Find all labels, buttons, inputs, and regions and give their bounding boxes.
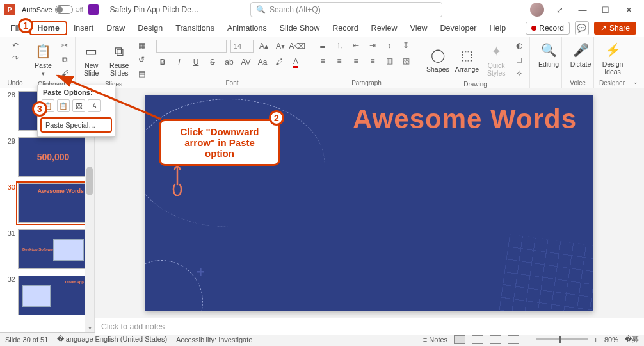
highlight-button[interactable]: 🖍: [273, 56, 286, 68]
strikethrough-button[interactable]: S̶: [206, 56, 219, 68]
cut-button[interactable]: ✂: [58, 40, 71, 51]
tab-animations[interactable]: Animations: [221, 21, 273, 35]
reuse-slides-button[interactable]: ⧉Reuse Slides: [108, 41, 132, 78]
autosave-toggle[interactable]: AutoSave Off: [22, 5, 83, 14]
tab-slideshow[interactable]: Slide Show: [273, 21, 326, 35]
line-spacing-button[interactable]: ↕: [383, 40, 396, 51]
slide-title-text[interactable]: Awesome Words: [353, 104, 577, 135]
font-size-select[interactable]: 14: [230, 40, 254, 53]
slideshow-view-icon[interactable]: [508, 335, 519, 344]
align-left-button[interactable]: ≡: [316, 55, 329, 67]
tab-help[interactable]: Help: [483, 21, 512, 35]
font-color-button[interactable]: A: [289, 56, 302, 68]
notes-pane[interactable]: Click to add notes: [95, 318, 644, 335]
indent-inc-button[interactable]: ⇥: [366, 40, 379, 51]
safety-pin-icon[interactable]: [171, 165, 184, 196]
thumb-image[interactable]: Awesome Words: [18, 183, 88, 223]
thumb-image[interactable]: Tablet App: [18, 276, 88, 315]
tab-design[interactable]: Design: [131, 21, 169, 35]
columns-button[interactable]: ▥: [383, 55, 396, 67]
thumb-31[interactable]: 31 Desktop Software: [4, 229, 90, 269]
increase-font-button[interactable]: A▴: [257, 40, 270, 52]
design-ideas-button[interactable]: ⚡Design Ideas: [598, 40, 627, 77]
fit-to-window-icon[interactable]: �募: [625, 334, 639, 344]
tab-insert[interactable]: Insert: [67, 21, 100, 35]
thumb-29[interactable]: 29 500,000: [4, 137, 90, 177]
layout-button[interactable]: ▦: [135, 40, 148, 51]
chevron-down-icon[interactable]: ▾: [42, 70, 45, 77]
tab-developer[interactable]: Developer: [433, 21, 483, 35]
paste-option-picture[interactable]: 🖼: [72, 99, 85, 112]
font-family-select[interactable]: [156, 40, 227, 53]
bold-button[interactable]: B: [156, 56, 169, 68]
paste-option-keep[interactable]: 📋: [57, 99, 70, 112]
thumb-image[interactable]: 500,000: [18, 137, 88, 177]
align-right-button[interactable]: ≡: [350, 55, 362, 67]
decrease-font-button[interactable]: A▾: [274, 40, 287, 52]
undo-button[interactable]: ↶: [9, 40, 22, 51]
redo-button[interactable]: ↷: [9, 53, 22, 64]
minimize-icon[interactable]: —: [575, 2, 590, 17]
dictate-button[interactable]: 🎤Dictate: [566, 40, 595, 69]
underline-button[interactable]: U: [189, 56, 202, 68]
editing-button[interactable]: 🔍Editing: [534, 40, 563, 69]
new-slide-button[interactable]: ▭New Slide: [79, 41, 104, 78]
share-button[interactable]: ↗Share: [594, 22, 636, 35]
reading-view-icon[interactable]: [490, 335, 501, 344]
tab-home[interactable]: Home: [29, 21, 67, 35]
numbering-button[interactable]: ⒈: [333, 40, 346, 51]
lang-indicator[interactable]: �language English (United States): [57, 335, 167, 343]
toggle-icon[interactable]: [55, 5, 73, 14]
thumb-image[interactable]: Desktop Software: [18, 229, 88, 269]
shadow-button[interactable]: ab: [223, 56, 236, 68]
justify-button[interactable]: ≡: [366, 55, 379, 67]
save-icon[interactable]: [88, 4, 99, 15]
quick-styles-button[interactable]: ✦Quick Styles: [483, 41, 509, 78]
record-button[interactable]: Record: [526, 22, 570, 35]
scroll-down-icon[interactable]: ▾: [86, 323, 93, 332]
shape-fill-button[interactable]: ◐: [513, 40, 526, 51]
tab-transitions[interactable]: Transitions: [169, 21, 221, 35]
tab-draw[interactable]: Draw: [100, 21, 131, 35]
text-direction-button[interactable]: ↧: [399, 40, 412, 51]
italic-button[interactable]: I: [173, 56, 186, 68]
case-button[interactable]: Aa: [256, 56, 269, 68]
thumb-32[interactable]: 32 Tablet App: [4, 276, 90, 315]
shapes-button[interactable]: ◯Shapes: [425, 45, 451, 74]
paste-special-item[interactable]: Paste Special…: [40, 117, 112, 133]
paste-button[interactable]: 📋 Paste ▾: [32, 41, 54, 78]
format-painter-button[interactable]: 🖌: [58, 68, 71, 79]
maximize-icon[interactable]: ☐: [598, 2, 613, 17]
notes-toggle[interactable]: ≡ Notes: [423, 336, 447, 343]
close-icon[interactable]: ✕: [621, 2, 636, 17]
zoom-slider[interactable]: [536, 338, 588, 340]
zoom-level[interactable]: 80%: [604, 336, 618, 343]
slide-count[interactable]: Slide 30 of 51: [5, 336, 48, 343]
section-button[interactable]: ▤: [135, 68, 148, 79]
paste-option-text[interactable]: Ａ: [88, 99, 101, 112]
tab-view[interactable]: View: [404, 21, 434, 35]
align-center-button[interactable]: ≡: [333, 55, 346, 67]
normal-view-icon[interactable]: [454, 335, 465, 344]
collapse-ribbon-icon[interactable]: ⌄: [633, 79, 638, 85]
spacing-button[interactable]: AV: [239, 56, 252, 68]
tab-record[interactable]: Record: [326, 21, 364, 35]
shape-outline-button[interactable]: ◻: [513, 54, 526, 65]
clear-format-button[interactable]: A⌫: [291, 40, 303, 52]
indent-dec-button[interactable]: ⇤: [350, 40, 362, 51]
ribbon-display-icon[interactable]: ⤢: [552, 2, 567, 17]
comments-button[interactable]: 💬: [575, 21, 589, 35]
thumb-30[interactable]: 30 Awesome Words: [4, 183, 90, 223]
reset-button[interactable]: ↺: [135, 54, 148, 65]
zoom-out-button[interactable]: −: [526, 336, 529, 343]
smartart-button[interactable]: ▧: [399, 55, 412, 67]
accessibility-status[interactable]: Accessibility: Investigate: [176, 336, 252, 343]
sorter-view-icon[interactable]: [472, 335, 483, 344]
copy-button[interactable]: ⧉: [58, 54, 71, 65]
scrollbar-handle[interactable]: [86, 167, 93, 196]
search-input[interactable]: 🔍 Search (Alt+Q): [250, 2, 442, 17]
arrange-button[interactable]: ⬚Arrange: [455, 45, 480, 74]
bullets-button[interactable]: ≣: [316, 40, 329, 51]
document-title[interactable]: Safety Pin App Pitch De…: [110, 5, 199, 14]
zoom-in-button[interactable]: +: [594, 336, 598, 343]
